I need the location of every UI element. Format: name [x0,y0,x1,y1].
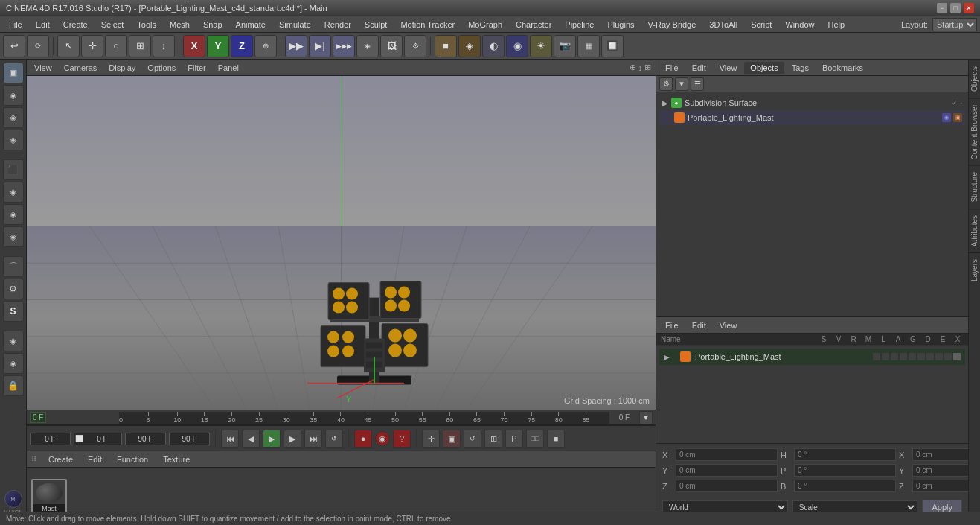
record-button[interactable]: ● [354,430,372,448]
coord-y-input[interactable] [676,464,778,477]
vp-icon-3[interactable]: ⊞ [644,63,651,72]
loop-button[interactable]: ↺ [325,430,343,448]
obj-ctrl-check[interactable]: ✓ [952,99,958,106]
move-key-button[interactable]: ✛ [422,430,440,448]
coord-p-input[interactable] [794,464,896,477]
menu-item-mograph[interactable]: MoGraph [462,19,508,31]
status-icon-r[interactable] [891,353,898,360]
selection-key-button[interactable]: ▣ [443,430,461,448]
coord-h-input[interactable] [794,448,896,461]
object-snap-button[interactable]: 🔲 [601,35,624,57]
vp-menu-options[interactable]: Options [144,62,179,74]
menu-item-sculpt[interactable]: Sculpt [359,19,394,31]
scale-key-button[interactable]: ⊞ [484,430,502,448]
obj-tab-bookmarks[interactable]: Bookmarks [816,62,869,74]
menu-item-edit[interactable]: Edit [30,19,56,31]
ls-tool-2[interactable]: ◈ [3,182,24,203]
render-all-button[interactable]: ▶▶▶ [333,35,355,57]
menu-item-select[interactable]: Select [95,19,130,31]
layout-dropdown[interactable]: Startup [932,18,977,31]
obj-tb-icon-3[interactable]: ☰ [691,77,704,91]
menu-item-file[interactable]: File [3,19,28,31]
menu-item-snap[interactable]: Snap [197,19,228,31]
ls-tool-1[interactable]: ⬛ [3,159,24,180]
vp-menu-cameras[interactable]: Cameras [61,62,100,74]
ls-tool-7[interactable]: S [3,301,24,322]
status-icon-x[interactable] [953,353,961,360]
z-axis-button[interactable]: Z [231,35,253,57]
vp-menu-panel[interactable]: Panel [215,62,242,74]
menu-item-character[interactable]: Character [510,19,557,31]
keyframe-button[interactable]: ◉ [375,431,390,446]
frame-end2-input[interactable] [169,433,210,445]
render-view-button[interactable]: ▶| [309,35,331,57]
display-mode-button[interactable]: ▦ [577,35,600,57]
undo-button[interactable]: ↩ [3,35,25,57]
ls-tool-10[interactable]: 🔒 [3,375,24,396]
tag-icon-1[interactable]: ◉ [942,113,951,122]
menu-item-help[interactable]: Help [822,19,851,31]
vtab-content-browser[interactable]: Content Browser [969,98,980,165]
3d-viewport[interactable]: Perspective [27,76,656,410]
ls-object-mode[interactable]: ▣ [3,63,24,83]
minimize-button[interactable]: − [937,3,947,13]
next-frame-button[interactable]: ▶ [284,430,301,448]
x-axis-button[interactable]: X [183,35,205,57]
menu-item-motion-tracker[interactable]: Motion Tracker [394,19,461,31]
vtab-layers[interactable]: Layers [969,252,980,287]
frame-end-input[interactable] [125,433,166,445]
mat-menu-create[interactable]: Create [45,454,76,465]
status-icon-d[interactable] [935,353,943,360]
mat-menu-texture[interactable]: Texture [160,454,193,465]
ls-tool-9[interactable]: ◈ [3,353,24,374]
obj-tab-objects[interactable]: Objects [744,62,784,74]
vp-icon-2[interactable]: ↕ [638,63,643,72]
world-coord-button[interactable]: ⊕ [254,35,277,57]
obj-tab-edit[interactable]: Edit [686,62,712,74]
ls-polygon-mode[interactable]: ◈ [3,130,24,150]
material-swatch-mast[interactable]: Mast [31,479,67,515]
goto-start-button[interactable]: ⏮ [221,430,239,448]
menu-item-mesh[interactable]: Mesh [164,19,196,31]
vp-menu-filter[interactable]: Filter [185,62,208,74]
obj-attrs-row[interactable]: ▶ Portable_Lighting_Mast [659,349,965,365]
ls-edge-mode[interactable]: ◈ [3,107,24,128]
status-icon-v[interactable] [882,353,889,360]
point-key-button[interactable]: □□ [526,430,544,448]
status-icon-l[interactable] [909,353,916,360]
coord-z-input[interactable] [676,480,778,492]
obj-tab-file[interactable]: File [659,62,685,74]
status-icon-g[interactable] [926,353,934,360]
close-button[interactable]: ✕ [964,3,974,13]
menu-item-plugins[interactable]: Plugins [601,19,640,31]
camera-button[interactable]: 📷 [554,35,576,57]
light-button[interactable]: ☀ [530,35,552,57]
status-icon-s[interactable] [873,353,880,360]
play-button[interactable]: ▶ [263,430,281,448]
vtab-objects[interactable]: Objects [969,60,980,98]
obj-tab-tags[interactable]: Tags [786,62,815,74]
expand-timeline-button[interactable]: ▼ [639,411,653,424]
redo-button[interactable]: ⟳ [27,35,49,57]
obj-item-subdivision[interactable]: ▶ ● Subdivision Surface ✓ · [659,95,965,110]
obj-item-mast[interactable]: Portable_Lighting_Mast ◉ ▣ [659,110,965,125]
menu-item-render[interactable]: Render [318,19,357,31]
attr-tab-view[interactable]: View [714,319,743,331]
menu-item-create[interactable]: Create [57,19,94,31]
status-icon-m[interactable] [900,353,907,360]
prev-frame-button[interactable]: ◀ [242,430,260,448]
menu-item-script[interactable]: Script [745,19,778,31]
tag-icon-2[interactable]: ▣ [953,113,962,122]
vp-menu-display[interactable]: Display [106,62,138,74]
y-axis-button[interactable]: Y [207,35,229,57]
ls-tool-6[interactable]: ⚙ [3,279,24,299]
menu-item-animate[interactable]: Animate [230,19,272,31]
interactive-render-button[interactable]: ◈ [356,35,379,57]
vp-menu-view[interactable]: View [31,62,55,74]
attr-tab-file[interactable]: File [659,319,685,331]
render-region-button[interactable]: ▶▶ [285,35,307,57]
transform-tool-button[interactable]: ↕ [153,35,175,57]
obj-ctrl-dot[interactable]: · [960,99,962,106]
menu-item-3dtoall[interactable]: 3DToAll [703,19,743,31]
vtab-attributes[interactable]: Attributes [969,209,980,252]
